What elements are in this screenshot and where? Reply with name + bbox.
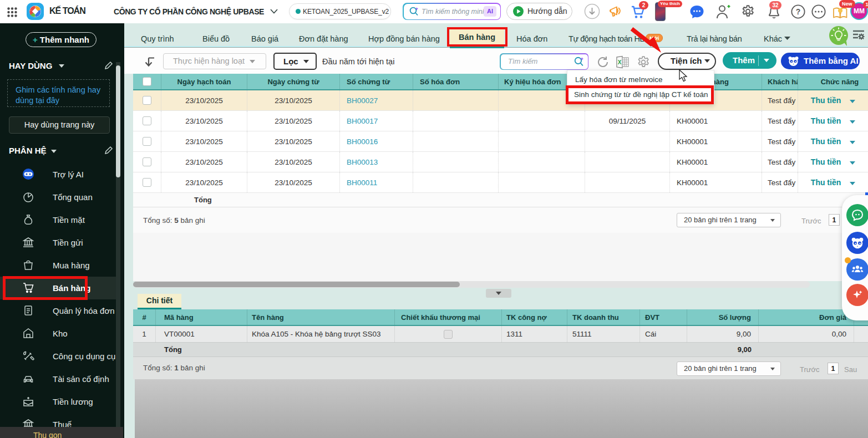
svg-text:X: X: [618, 59, 622, 65]
svg-text:?: ?: [796, 7, 801, 16]
